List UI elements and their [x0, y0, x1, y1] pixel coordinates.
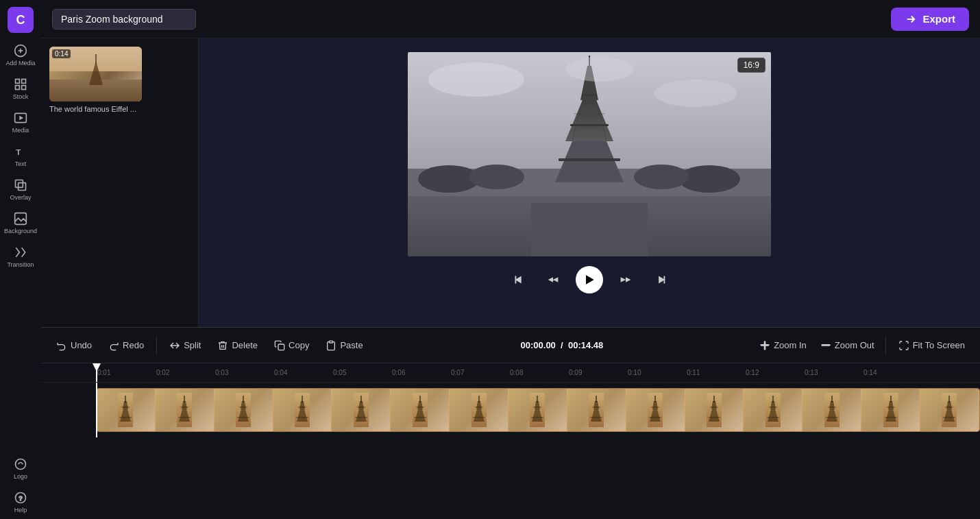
svg-rect-77 — [419, 396, 421, 402]
project-title-input[interactable] — [52, 9, 196, 29]
clip-thumb — [391, 389, 450, 431]
svg-rect-97 — [592, 407, 600, 408]
aspect-ratio-badge: 16:9 — [737, 58, 765, 73]
fit-to-screen-label: Fit To Screen — [913, 340, 965, 350]
plus-icon — [14, 44, 27, 58]
delete-button[interactable]: Delete — [210, 336, 265, 355]
svg-marker-38 — [586, 275, 594, 284]
ruler-marks: 0:010:020:030:040:050:060:070:080:090:10… — [96, 363, 980, 382]
zoom-in-button[interactable]: Zoom In — [754, 336, 812, 355]
svg-rect-107 — [713, 396, 715, 402]
svg-rect-108 — [708, 417, 720, 418]
svg-rect-133 — [945, 407, 953, 408]
sidebar-item-label: Logo — [14, 473, 27, 480]
video-clip[interactable] — [96, 388, 980, 432]
clip-eiffel-icon — [707, 393, 722, 427]
toolbar: Undo Redo Split Delete Copy Paste — [41, 328, 980, 363]
undo-label: Undo — [71, 340, 92, 350]
paste-label: Paste — [340, 340, 363, 350]
fit-to-screen-button[interactable]: Fit To Screen — [892, 336, 972, 355]
clip-thumb — [744, 389, 803, 431]
svg-rect-65 — [302, 396, 303, 402]
sidebar-item-logo[interactable]: Logo — [1, 452, 40, 485]
ruler-mark: 0:09 — [567, 369, 626, 376]
sidebar-item-text[interactable]: T Text — [1, 139, 40, 173]
overlay-icon — [14, 178, 27, 192]
zoom-in-label: Zoom In — [774, 340, 807, 350]
clip-eiffel-icon — [118, 393, 133, 427]
svg-rect-47 — [125, 396, 126, 402]
export-icon — [905, 13, 917, 25]
fast-forward-button[interactable] — [614, 268, 637, 291]
sidebar-item-stock[interactable]: Stock — [1, 72, 40, 106]
svg-rect-40 — [330, 341, 333, 343]
timeline-area: Undo Redo Split Delete Copy Paste — [41, 327, 980, 519]
clip-eiffel-icon — [354, 393, 369, 427]
undo-button[interactable]: Undo — [49, 336, 99, 355]
sidebar-item-transition[interactable]: Transition — [1, 240, 40, 274]
redo-button[interactable]: Redo — [101, 336, 151, 355]
sidebar-item-overlay[interactable]: Overlay — [1, 173, 40, 206]
svg-rect-109 — [710, 407, 718, 408]
transition-icon — [14, 245, 27, 259]
media-thumbnail[interactable]: 0:14 — [49, 47, 142, 101]
split-button[interactable]: Split — [162, 336, 208, 355]
ruler-mark: 0:04 — [273, 369, 332, 376]
svg-point-22 — [634, 165, 689, 189]
zoom-out-button[interactable]: Zoom Out — [815, 336, 880, 355]
svg-rect-27 — [559, 158, 620, 161]
sidebar-item-label: Media — [12, 127, 29, 134]
app-logo[interactable]: C — [8, 7, 34, 33]
export-button[interactable]: Export — [891, 8, 969, 31]
total-frames: .48 — [591, 340, 603, 350]
media-panel: 0:14 The world famous Eiffel ... — [41, 38, 199, 327]
svg-rect-11 — [19, 183, 26, 191]
toolbar-separator — [156, 337, 157, 354]
clip-thumb — [626, 389, 685, 431]
skip-forward-button[interactable] — [648, 268, 672, 291]
ruler-mark: 0:12 — [744, 369, 803, 376]
clip-eiffel-icon — [177, 393, 192, 427]
sidebar-item-add-media[interactable]: Add Media — [1, 38, 40, 72]
sidebar-item-media[interactable]: Media — [1, 106, 40, 139]
zoom-out-icon — [820, 340, 831, 351]
svg-point-13 — [16, 459, 26, 470]
sidebar-item-label: Text — [15, 160, 27, 167]
paste-button[interactable]: Paste — [319, 336, 369, 355]
clip-eiffel-icon — [295, 393, 310, 427]
track-content[interactable] — [96, 387, 980, 433]
svg-rect-39 — [278, 344, 284, 350]
sidebar-item-label: Transition — [7, 261, 34, 268]
play-button[interactable] — [576, 266, 603, 293]
zoom-out-label: Zoom Out — [835, 340, 874, 350]
current-time: 00:00 — [521, 340, 543, 350]
fast-forward-icon — [618, 272, 633, 287]
timecode: 00:00.00 / 00:14.48 — [373, 340, 752, 350]
copy-button[interactable]: Copy — [267, 336, 316, 355]
clip-eiffel-icon — [648, 393, 663, 427]
preview-container: 16:9 — [408, 52, 771, 256]
svg-rect-78 — [414, 417, 426, 418]
clip-thumb — [803, 389, 861, 431]
svg-rect-12 — [15, 213, 27, 225]
skip-back-icon — [511, 272, 526, 287]
track-row-video — [41, 383, 980, 437]
svg-rect-84 — [473, 417, 485, 418]
clip-thumb — [450, 389, 509, 431]
clip-thumb — [567, 389, 626, 431]
sidebar-item-background[interactable]: Background — [1, 206, 40, 240]
svg-rect-67 — [298, 407, 306, 408]
background-icon — [14, 212, 27, 226]
svg-rect-34 — [531, 203, 648, 256]
clip-thumb — [509, 389, 567, 431]
delete-icon — [217, 340, 228, 351]
skip-back-button[interactable] — [507, 268, 530, 291]
sidebar-item-help[interactable]: ? Help — [1, 485, 40, 519]
rewind-button[interactable] — [541, 268, 565, 291]
stock-icon — [14, 77, 27, 91]
ruler-mark: 0:11 — [685, 369, 744, 376]
current-frames: .00 — [543, 340, 556, 350]
svg-rect-132 — [943, 417, 955, 418]
text-icon: T — [14, 145, 27, 158]
svg-rect-48 — [119, 417, 132, 418]
